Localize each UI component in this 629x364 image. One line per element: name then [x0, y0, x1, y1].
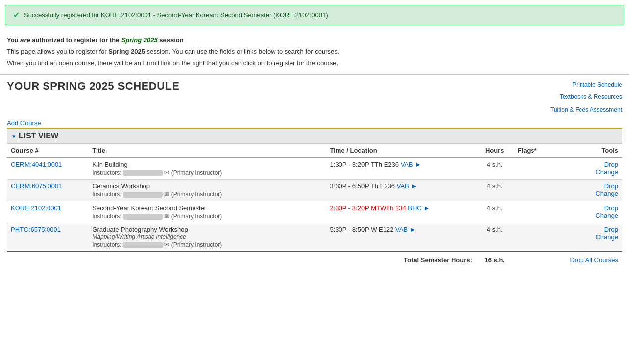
- table-row: PHTO:6575:0001 Graduate Photography Work…: [7, 223, 622, 252]
- time-red: 2:30P - 3:20P MTWTh 234: [330, 204, 406, 212]
- auth-line3: When you find an open course, there will…: [7, 58, 622, 68]
- course-table: Course # Title Time / Location Hours Fla…: [7, 144, 622, 268]
- auth-you: You: [7, 36, 20, 44]
- course-num-link[interactable]: PHTO:6575:0001: [11, 226, 61, 233]
- total-hours: 16 s.h.: [476, 252, 514, 268]
- instructor-name-redacted: [123, 170, 163, 176]
- hours-cell: 4 s.h.: [476, 180, 514, 201]
- change-link[interactable]: Change: [555, 212, 618, 219]
- course-num-cell: PHTO:6575:0001: [7, 223, 88, 252]
- tools-cell: Drop Change: [551, 158, 622, 180]
- auth-spring-bold: Spring 2025: [108, 48, 145, 55]
- course-table-wrapper: Course # Title Time / Location Hours Fla…: [7, 144, 622, 268]
- change-link[interactable]: Change: [555, 190, 618, 197]
- instructor-email-icon: ✉: [164, 191, 169, 198]
- instructor-email-icon: ✉: [164, 213, 169, 220]
- auth-are: are: [20, 36, 30, 44]
- flags-cell: [514, 201, 551, 223]
- top-links: Printable Schedule Textbooks & Resources…: [550, 80, 622, 118]
- flags-cell: [514, 180, 551, 201]
- table-header-row: Course # Title Time / Location Hours Fla…: [7, 144, 622, 158]
- course-num-cell: CERM:4041:0001: [7, 158, 88, 180]
- success-message: Successfully registered for KORE:2102:00…: [24, 11, 328, 19]
- course-title-cell: Kiln Building Instructors: ✉ (Primary In…: [88, 158, 326, 180]
- col-title: Title: [88, 144, 326, 158]
- drop-link[interactable]: Drop: [555, 182, 618, 190]
- instructor-row: Instructors: ✉ (Primary Instructor): [92, 241, 322, 248]
- time-location-cell: 2:30P - 3:20P MTWTh 234 BHC ►: [326, 201, 476, 223]
- total-flags-empty: [514, 252, 551, 268]
- location-link[interactable]: VAB: [395, 226, 408, 233]
- list-view-header: ▾ LIST VIEW: [7, 129, 622, 144]
- drop-all-courses-link[interactable]: Drop All Courses: [570, 256, 618, 264]
- flags-cell: [514, 223, 551, 252]
- col-flags: Flags*: [514, 144, 551, 158]
- tools-cell: Drop Change: [551, 223, 622, 252]
- auth-session-end: session: [158, 36, 184, 44]
- list-view-label: LIST VIEW: [19, 132, 58, 140]
- tools-cell: Drop Change: [551, 180, 622, 201]
- instructor-email-icon: ✉: [164, 169, 169, 176]
- location-link[interactable]: VAB: [397, 182, 409, 190]
- instructor-row: Instructors: ✉ (Primary Instructor): [92, 213, 322, 220]
- auth-section: You are authorized to register for the S…: [0, 30, 629, 75]
- location-link[interactable]: BHC: [408, 204, 421, 212]
- flags-cell: [514, 158, 551, 180]
- add-course-link[interactable]: Add Course: [7, 119, 41, 127]
- drop-link[interactable]: Drop: [555, 161, 618, 168]
- success-icon: ✔: [13, 10, 20, 20]
- auth-authorized: authorized to register for the: [30, 36, 121, 44]
- location-nav-icon: ►: [415, 161, 421, 168]
- textbooks-resources-link[interactable]: Textbooks & Resources: [550, 92, 622, 103]
- course-title-cell: Second-Year Korean: Second Semester Inst…: [88, 201, 326, 223]
- course-title: Graduate Photography Workshop: [92, 226, 322, 233]
- location-nav-icon: ►: [410, 226, 416, 233]
- col-course-num: Course #: [7, 144, 88, 158]
- schedule-section: YOUR SPRING 2025 SCHEDULE Printable Sche…: [0, 75, 629, 273]
- instructor-row: Instructors: ✉ (Primary Instructor): [92, 169, 322, 176]
- drop-all-cell: Drop All Courses: [551, 252, 622, 268]
- add-course-row: Add Course: [7, 119, 622, 129]
- course-title-cell: Graduate Photography Workshop Mapping/Wr…: [88, 223, 326, 252]
- location-nav-icon: ►: [423, 204, 430, 212]
- course-num-cell: KORE:2102:0001: [7, 201, 88, 223]
- tools-cell: Drop Change: [551, 201, 622, 223]
- hours-cell: 4 s.h.: [476, 223, 514, 252]
- table-row: CERM:4041:0001 Kiln Building Instructors…: [7, 158, 622, 180]
- instructor-name-redacted: [123, 214, 163, 220]
- course-num-link[interactable]: KORE:2102:0001: [11, 204, 61, 212]
- tuition-fees-link[interactable]: Tuition & Fees Assessment: [550, 105, 622, 116]
- course-num-link[interactable]: CERM:6075:0001: [11, 182, 62, 190]
- instructor-name-redacted: [123, 242, 163, 248]
- table-row: CERM:6075:0001 Ceramics Workshop Instruc…: [7, 180, 622, 201]
- total-label: Total Semester Hours:: [7, 252, 476, 268]
- instructor-row: Instructors: ✉ (Primary Instructor): [92, 191, 322, 198]
- time-location-cell: 1:30P - 3:20P TTh E236 VAB ►: [326, 158, 476, 180]
- hours-cell: 4 s.h.: [476, 158, 514, 180]
- time-location-cell: 5:30P - 8:50P W E122 VAB ►: [326, 223, 476, 252]
- table-row: KORE:2102:0001 Second-Year Korean: Secon…: [7, 201, 622, 223]
- schedule-title: YOUR SPRING 2025 SCHEDULE: [7, 80, 180, 92]
- course-title: Ceramics Workshop: [92, 182, 322, 190]
- location-link[interactable]: VAB: [401, 161, 413, 168]
- instructor-name-redacted: [123, 192, 163, 198]
- list-view-toggle[interactable]: ▾: [12, 133, 16, 140]
- time-location-cell: 3:30P - 6:50P Th E236 VAB ►: [326, 180, 476, 201]
- col-tools: Tools: [551, 144, 622, 158]
- change-link[interactable]: Change: [555, 233, 618, 241]
- course-title: Second-Year Korean: Second Semester: [92, 204, 322, 212]
- success-banner: ✔ Successfully registered for KORE:2102:…: [5, 5, 624, 25]
- course-num-link[interactable]: CERM:4041:0001: [11, 161, 62, 168]
- hours-cell: 4 s.h.: [476, 201, 514, 223]
- change-link[interactable]: Change: [555, 168, 618, 176]
- drop-link[interactable]: Drop: [555, 204, 618, 212]
- col-time-location: Time / Location: [326, 144, 476, 158]
- drop-link[interactable]: Drop: [555, 226, 618, 233]
- printable-schedule-link[interactable]: Printable Schedule: [550, 80, 622, 91]
- location-nav-icon: ►: [411, 182, 417, 190]
- instructor-email-icon: ✉: [164, 241, 169, 248]
- auth-line1: You are authorized to register for the S…: [7, 35, 622, 45]
- course-title: Kiln Building: [92, 161, 322, 168]
- auth-line2: This page allows you to register for Spr…: [7, 47, 622, 57]
- col-hours: Hours: [476, 144, 514, 158]
